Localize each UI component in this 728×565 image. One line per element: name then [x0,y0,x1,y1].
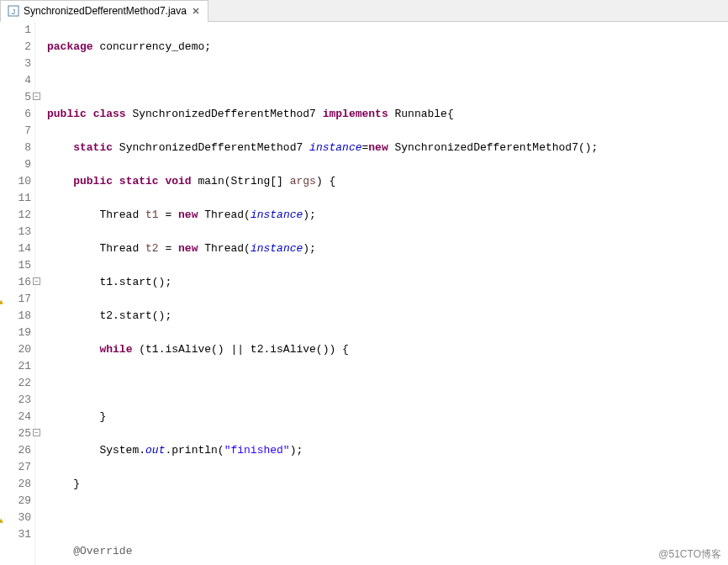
line-number: 10 [0,173,31,190]
line-number: 27 [0,459,31,476]
line-number: 16− [0,274,31,291]
line-number: 15 [0,257,31,274]
line-number: ▲17 [0,291,31,308]
line-number: 8 [0,140,31,156]
line-number: 28 [0,476,31,493]
fold-toggle-icon[interactable]: − [33,277,40,285]
line-number: 5− [0,89,31,106]
line-number: 11 [0,190,31,207]
tab-title: SynchronizedDefferentMethod7.java [24,5,187,17]
line-number: 12 [0,207,31,224]
line-number: 26 [0,442,31,459]
line-number: ▲30 [0,510,31,526]
line-number: 9 [0,156,31,173]
line-number: 20 [0,341,31,358]
close-icon[interactable] [191,6,201,16]
warning-icon[interactable]: ▲ [0,294,3,303]
line-number: 6 [0,106,31,123]
line-number: 1 [0,22,31,39]
line-number: 4 [0,72,31,89]
line-number: 13 [0,224,31,240]
java-file-icon: J [8,5,19,17]
line-number: 31 [0,526,31,543]
editor-tab[interactable]: J SynchronizedDefferentMethod7.java [0,0,208,22]
tab-bar: J SynchronizedDefferentMethod7.java [0,0,728,22]
line-number: 29 [0,493,31,510]
svg-text:J: J [12,8,16,16]
line-number [0,543,31,560]
warning-icon[interactable]: ▲ [0,513,3,521]
line-number: 3 [0,55,31,72]
line-number: 22 [0,375,31,392]
line-number: 23 [0,392,31,409]
editor-area[interactable]: 1 2 3 4 5− 6 7 8 9 10 11 12 13 14 15 16−… [0,22,728,565]
code-content[interactable]: package concurrency_demo; public class S… [35,22,728,565]
line-number: 2 [0,39,31,55]
line-number: 14 [0,240,31,257]
fold-toggle-icon[interactable]: − [33,429,40,436]
line-number: 21 [0,358,31,375]
watermark: @51CTO博客 [658,547,721,562]
line-number-gutter: 1 2 3 4 5− 6 7 8 9 10 11 12 13 14 15 16−… [0,22,35,565]
fold-toggle-icon[interactable]: − [33,92,40,100]
line-number: 24 [0,409,31,425]
line-number: 19 [0,325,31,341]
line-number: 25− [0,425,31,442]
line-number: 18 [0,308,31,325]
line-number: 7 [0,123,31,140]
